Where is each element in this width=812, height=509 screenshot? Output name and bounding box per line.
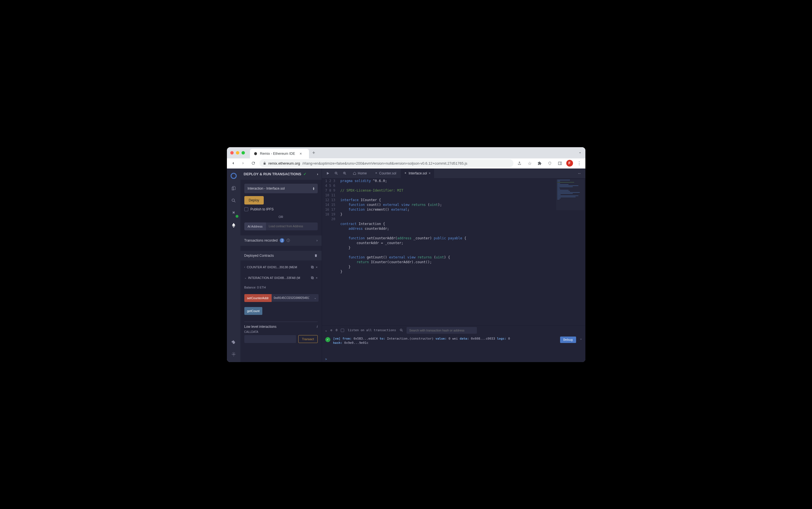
brave-icon[interactable] [546, 159, 554, 167]
checkbox-icon[interactable] [244, 207, 248, 211]
low-level-section: Low level interactions i CALLDATA Transa… [244, 321, 318, 343]
profile-avatar[interactable]: F [566, 160, 573, 167]
solidity-compiler-icon[interactable] [228, 207, 239, 218]
close-icon[interactable]: × [316, 276, 317, 279]
new-tab-button[interactable]: + [312, 150, 315, 156]
main-area: Home Counter.sol Interface.sol × ↔ 1 2 3… [322, 169, 585, 362]
browser-tab[interactable]: Remix - Ethereum IDE × [250, 149, 309, 159]
terminal-search-input[interactable] [407, 327, 477, 334]
run-icon[interactable] [324, 170, 332, 177]
terminal-body: ✓ [vm] from: 0x5B3...eddC4 to: Interacti… [322, 335, 585, 356]
chevron-right-icon: › [317, 238, 318, 242]
tab-counter[interactable]: Counter.sol [371, 169, 400, 178]
calldata-input[interactable] [244, 335, 296, 343]
deployed-label: Deployed Contracts [244, 253, 274, 258]
plugin-manager-icon[interactable] [228, 337, 239, 348]
contract-select-value: Interaction - Interface.sol [248, 186, 285, 191]
maximize-window-button[interactable] [242, 151, 245, 155]
terminal-clear-icon[interactable]: ⊘ [331, 328, 332, 332]
browser-window: Remix - Ethereum IDE × + remix.ethereum.… [227, 147, 585, 362]
close-icon[interactable]: × [316, 266, 317, 269]
lock-icon [263, 162, 266, 165]
minimize-window-button[interactable] [236, 151, 239, 155]
getCount-button[interactable]: getCount [244, 307, 262, 315]
copy-icon[interactable] [311, 276, 314, 279]
tab-close-icon[interactable]: × [300, 151, 302, 156]
svg-line-11 [337, 174, 337, 174]
close-window-button[interactable] [230, 151, 233, 155]
forward-button[interactable] [239, 159, 247, 167]
zoom-out-icon[interactable] [333, 170, 340, 177]
svg-rect-7 [312, 277, 313, 279]
search-icon[interactable] [400, 328, 403, 332]
setCounterAddr-button[interactable]: setCounterAddr [244, 294, 272, 302]
code-editor[interactable]: 1 2 3 4 5 6 7 8 9 10 11 12 13 14 15 16 1… [322, 178, 585, 326]
setCounterAddr-input[interactable] [272, 294, 312, 302]
contract-select[interactable]: Interaction - Interface.sol ▴▾ [244, 184, 318, 193]
back-button[interactable] [229, 159, 237, 167]
terminal-prompt[interactable]: > [322, 356, 585, 362]
dropdown-caret-icon: ▴▾ [313, 187, 314, 190]
contract-row-counter[interactable]: › COUNTER AT 0XD91...39138 (MEM × [244, 263, 318, 271]
solidity-file-icon [404, 172, 407, 175]
search-icon[interactable] [228, 195, 239, 206]
svg-point-4 [233, 353, 234, 355]
transactions-recorded-bar[interactable]: Transactions recorded 2 ⓘ › [240, 235, 322, 246]
address-bar[interactable]: remix.ethereum.org/#lang=en&optimize=fal… [259, 159, 513, 167]
minimap[interactable] [556, 179, 584, 210]
expand-params-icon[interactable]: ⌄ [312, 294, 318, 302]
reload-button[interactable] [249, 159, 257, 167]
or-separator: OR [244, 215, 318, 218]
tab-home[interactable]: Home [349, 169, 370, 178]
chrome-menu-icon[interactable]: ⋮ [575, 159, 583, 167]
deploy-run-icon[interactable] [228, 220, 239, 231]
at-address-button[interactable]: At Address [244, 223, 266, 230]
panel-body: Interaction - Interface.sol ▴▾ Deploy Pu… [240, 180, 322, 347]
compile-success-badge [235, 215, 239, 218]
share-icon[interactable] [516, 159, 524, 167]
bookmark-icon[interactable]: ☆ [526, 159, 534, 167]
trash-icon[interactable] [314, 253, 318, 257]
panel-header: DEPLOY & RUN TRANSACTIONS ✓ › [240, 169, 322, 180]
terminal-collapse-icon[interactable]: ⌄ [325, 328, 327, 332]
terminal-toolbar: ⌄ ⊘ 0 listen on all transactions [322, 326, 585, 335]
tab-list-button[interactable] [578, 151, 582, 155]
success-icon: ✓ [325, 337, 331, 342]
extensions-icon[interactable] [536, 159, 544, 167]
tx-recorded-label: Transactions recorded [244, 238, 278, 242]
settings-icon[interactable] [228, 349, 239, 360]
terminal: ⌄ ⊘ 0 listen on all transactions ✓ [vm] … [322, 326, 585, 362]
file-explorer-icon[interactable] [228, 182, 239, 194]
remix-logo-icon[interactable] [228, 170, 239, 181]
svg-line-15 [345, 174, 346, 174]
transact-button[interactable]: Transact [298, 335, 317, 343]
at-address-input[interactable] [266, 223, 318, 230]
zoom-in-icon[interactable] [341, 170, 348, 177]
info-icon[interactable]: ⓘ [286, 238, 290, 243]
debug-button[interactable]: Debug [560, 337, 576, 343]
info-icon[interactable]: i [317, 325, 318, 329]
tab-label: Interface.sol [409, 171, 427, 175]
calldata-label: CALLDATA [244, 330, 318, 333]
code-content[interactable]: pragma solidity ^0.6.0; // SPDX-License-… [339, 178, 585, 326]
log-expand-icon[interactable]: ⌄ [580, 337, 582, 340]
line-gutter: 1 2 3 4 5 6 7 8 9 10 11 12 13 14 15 16 1… [322, 178, 339, 326]
publish-ipfs-row[interactable]: Publish to IPFS [244, 207, 318, 211]
url-path: /#lang=en&optimize=false&runs=200&evmVer… [302, 161, 467, 165]
svg-point-2 [232, 199, 235, 201]
copy-icon[interactable] [311, 266, 314, 269]
deploy-button[interactable]: Deploy [244, 196, 264, 204]
tab-title: Remix - Ethereum IDE [260, 152, 295, 156]
home-icon [353, 172, 356, 175]
getCount-row: getCount [244, 307, 318, 315]
tab-close-icon[interactable]: × [429, 171, 431, 175]
editor-tab-bar: Home Counter.sol Interface.sol × ↔ [322, 169, 585, 178]
contract-row-interaction[interactable]: ⌄ INTERACTION AT 0XD8B...33FA8 (M × [244, 274, 318, 282]
listen-checkbox[interactable] [341, 329, 344, 332]
terminal-log-entry[interactable]: [vm] from: 0x5B3...eddC4 to: Interaction… [333, 337, 557, 345]
tab-interface[interactable]: Interface.sol × [401, 169, 434, 178]
side-panel-icon[interactable] [556, 159, 564, 167]
panel-chevron-icon[interactable]: › [317, 172, 318, 176]
svg-rect-5 [312, 267, 313, 268]
expand-editor-icon[interactable]: ↔ [576, 170, 583, 177]
